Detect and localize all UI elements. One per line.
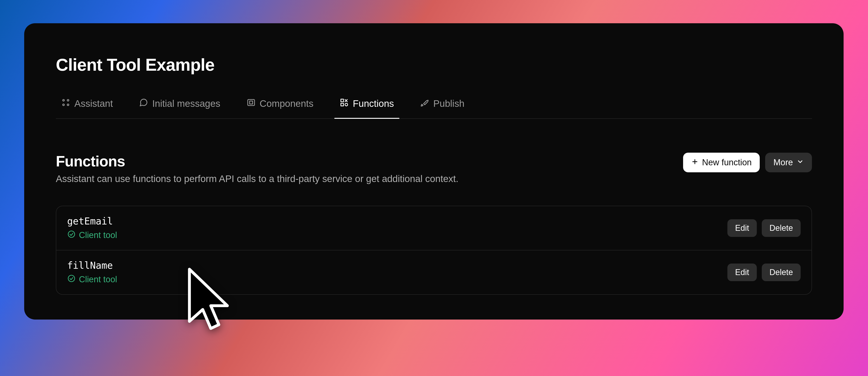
svg-point-7	[345, 103, 348, 106]
delete-button[interactable]: Delete	[762, 219, 801, 237]
functions-icon	[340, 98, 349, 109]
new-function-button[interactable]: New function	[683, 153, 760, 172]
tab-assistant[interactable]: Assistant	[56, 95, 118, 118]
section-text: Functions Assistant can use functions to…	[56, 153, 458, 184]
row-actions: Edit Delete	[727, 264, 801, 281]
tag-label: Client tool	[79, 230, 117, 240]
svg-rect-6	[341, 99, 344, 102]
svg-point-14	[68, 275, 75, 282]
svg-rect-4	[248, 100, 254, 106]
tab-bar: Assistant Initial messages Components	[56, 95, 812, 119]
function-name: fillName	[67, 260, 117, 271]
svg-point-13	[68, 231, 75, 238]
svg-point-2	[63, 104, 64, 105]
tab-label: Functions	[353, 98, 394, 109]
function-row[interactable]: fillName Client tool Edit Delete	[56, 250, 811, 294]
check-circle-icon	[67, 230, 76, 240]
function-info: getEmail Client tool	[67, 216, 117, 240]
tab-label: Initial messages	[152, 98, 220, 109]
tab-initial-messages[interactable]: Initial messages	[133, 95, 225, 118]
layout-icon	[247, 98, 256, 109]
function-tag: Client tool	[67, 230, 117, 240]
edit-button[interactable]: Edit	[727, 264, 757, 281]
function-name: getEmail	[67, 216, 117, 227]
svg-point-0	[63, 99, 64, 101]
plus-icon	[691, 158, 699, 167]
section-heading: Functions	[56, 153, 458, 170]
check-circle-icon	[67, 274, 76, 285]
chat-icon	[139, 98, 148, 109]
tab-functions[interactable]: Functions	[334, 95, 399, 118]
tab-label: Components	[260, 98, 313, 109]
function-tag: Client tool	[67, 274, 117, 285]
function-row[interactable]: getEmail Client tool Edit Delete	[56, 206, 811, 250]
page-title: Client Tool Example	[56, 55, 812, 74]
more-button[interactable]: More	[765, 153, 812, 172]
config-panel: Client Tool Example Assistant Initial me…	[24, 23, 844, 319]
functions-list: getEmail Client tool Edit Delete fillNam…	[56, 206, 812, 295]
tab-label: Publish	[433, 98, 465, 109]
svg-rect-5	[250, 101, 252, 104]
tab-publish[interactable]: Publish	[415, 95, 470, 118]
chevron-down-icon	[797, 158, 804, 167]
function-info: fillName Client tool	[67, 260, 117, 285]
svg-rect-10	[341, 103, 344, 106]
edit-button[interactable]: Edit	[727, 219, 757, 237]
delete-button[interactable]: Delete	[762, 264, 801, 281]
tab-components[interactable]: Components	[241, 95, 319, 118]
tab-label: Assistant	[74, 98, 113, 109]
svg-point-1	[67, 99, 69, 101]
header-actions: New function More	[683, 153, 812, 172]
section-subtitle: Assistant can use functions to perform A…	[56, 173, 458, 184]
row-actions: Edit Delete	[727, 219, 801, 237]
assistant-icon	[61, 98, 70, 109]
tag-label: Client tool	[79, 275, 117, 284]
section-header: Functions Assistant can use functions to…	[56, 153, 812, 184]
button-label: More	[773, 158, 793, 167]
button-label: New function	[702, 158, 752, 167]
svg-point-3	[67, 104, 69, 105]
rocket-icon	[420, 98, 429, 109]
